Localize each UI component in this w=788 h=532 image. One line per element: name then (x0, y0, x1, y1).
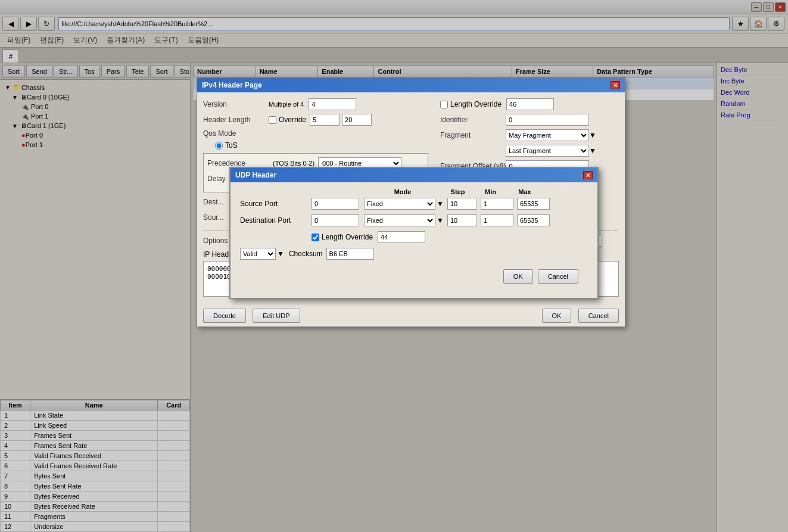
dest-min-input[interactable] (481, 214, 513, 226)
override-checkbox-label: Override (269, 116, 306, 124)
col-step-label: Step (441, 188, 474, 195)
udp-body: Mode Step Min Max Source Port Fixed Incr… (231, 182, 597, 298)
length-override-udp-label: Length Override (312, 233, 373, 241)
header-length-input1[interactable] (310, 114, 340, 126)
udp-close-button[interactable]: ✕ (583, 171, 593, 179)
source-max-input[interactable] (517, 198, 550, 210)
fragment-row1: Fragment May Fragment ▼ (440, 129, 619, 141)
edit-udp-button[interactable]: Edit UDP (253, 309, 300, 323)
valid-dropdown-icon: ▼ (277, 250, 284, 258)
qos-label: Qos Mode (203, 129, 269, 138)
udp-col-headers: Mode Step Min Max (240, 188, 588, 195)
udp-dialog: UDP Header ✕ Mode Step Min Max Source Po… (229, 167, 599, 299)
header-length-row: Header Length Override (203, 114, 428, 126)
override-checkbox[interactable] (269, 116, 276, 124)
dest-mode-dropdown-icon: ▼ (437, 216, 444, 225)
decode-button[interactable]: Decode (203, 309, 246, 323)
source-mode-select[interactable]: Fixed Increment Decrement Random (364, 198, 435, 210)
dest-port-row: Destination Port Fixed Increment Decreme… (240, 214, 588, 226)
version-label: Version (203, 100, 269, 108)
length-override-check[interactable] (440, 101, 448, 108)
udp-dialog-title: UDP Header ✕ (231, 168, 597, 182)
length-override-udp-checkbox[interactable] (312, 234, 319, 241)
tos-bits-label: (TOS Bits 0-2) (273, 160, 314, 167)
valid-select[interactable]: Valid Invalid (240, 248, 276, 260)
ipv4-left-btns: Decode Edit UDP (203, 309, 300, 323)
ipv4-footer: Decode Edit UDP OK Cancel (197, 305, 625, 326)
source-mode-dropdown-icon: ▼ (437, 200, 444, 208)
dest-mode-select[interactable]: Fixed Increment Decrement Random (364, 214, 435, 226)
fragment-dropdown-icon: ▼ (589, 131, 596, 139)
version-row: Version Multiple of 4 (203, 98, 428, 110)
source-min-input[interactable] (481, 198, 513, 210)
ipv4-cancel-button[interactable]: Cancel (578, 309, 619, 323)
fragment2-dropdown-icon: ▼ (589, 147, 596, 155)
length-override-input[interactable] (506, 98, 554, 110)
dest-port-label: Destination Port (240, 216, 312, 225)
header-length-input2[interactable] (342, 114, 372, 126)
length-override-udp-input[interactable] (378, 231, 425, 243)
source-port-row: Source Port Fixed Increment Decrement Ra… (240, 198, 588, 210)
dest-max-input[interactable] (517, 214, 550, 226)
identifier-input[interactable] (506, 114, 589, 126)
length-override-row: Length Override (440, 98, 619, 110)
tos-radio-label: ToS (215, 141, 238, 150)
fragment-select2[interactable]: Last Fragment (506, 145, 589, 157)
identifier-label: Identifier (440, 116, 506, 124)
checksum-input[interactable] (326, 248, 374, 260)
dest-step-input[interactable] (447, 214, 477, 226)
source-port-input[interactable] (312, 198, 359, 210)
ipv4-ok-button[interactable]: OK (542, 309, 572, 323)
source-step-input[interactable] (447, 198, 477, 210)
col-min-label: Min (474, 188, 507, 195)
length-override-udp-row: Length Override (240, 231, 588, 243)
multiple-of-4-input[interactable] (309, 98, 356, 110)
precedence-label: Precedence (207, 159, 273, 167)
udp-cancel-button[interactable]: Cancel (538, 269, 578, 284)
header-length-label: Header Length (203, 116, 269, 124)
udp-checksum-row: Valid Invalid ▼ Checksum (240, 248, 588, 260)
ipv4-right-btns: OK Cancel (542, 309, 619, 323)
ipv4-close-button[interactable]: ✕ (611, 81, 620, 89)
fragment-row2: Last Fragment ▼ (440, 145, 619, 157)
fragment-label: Fragment (440, 131, 506, 139)
multiple-of-4-label: Multiple of 4 (269, 101, 304, 108)
source-port-label: Source Port (240, 200, 312, 208)
qos-row: Qos Mode (203, 129, 428, 138)
length-override-label: Length Override (440, 100, 502, 108)
udp-dialog-buttons: OK Cancel (240, 265, 588, 288)
tos-row: ToS (203, 141, 428, 150)
col-mode-label: Mode (364, 188, 441, 195)
dest-port-input[interactable] (312, 214, 359, 226)
identifier-row: Identifier (440, 114, 619, 126)
checksum-label: Checksum (289, 250, 323, 258)
tos-radio[interactable] (215, 142, 223, 150)
fragment-select1[interactable]: May Fragment (506, 129, 589, 141)
ipv4-dialog-title: IPv4 Header Page ✕ (197, 78, 625, 92)
udp-ok-button[interactable]: OK (503, 269, 533, 284)
col-max-label: Max (507, 188, 543, 195)
